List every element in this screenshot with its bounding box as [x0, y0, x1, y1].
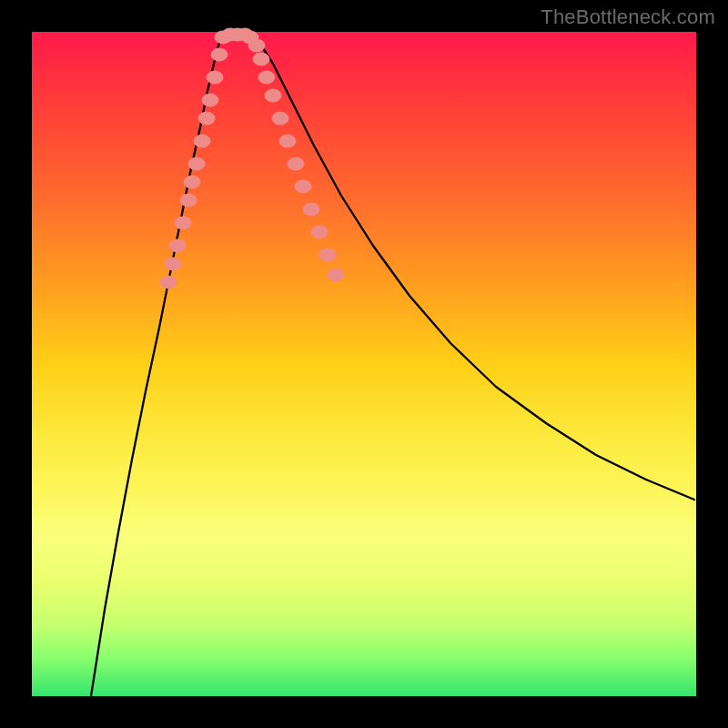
- watermark-text: TheBottleneck.com: [541, 5, 715, 29]
- data-marker: [272, 112, 288, 125]
- data-marker: [194, 135, 210, 147]
- data-marker: [175, 217, 191, 229]
- data-marker: [303, 203, 319, 216]
- data-marker: [279, 135, 296, 147]
- data-marker: [319, 248, 336, 261]
- chart-frame: TheBottleneck.com: [0, 0, 728, 728]
- bottleneck-curve: [91, 33, 694, 696]
- plot-area: [32, 32, 696, 696]
- curve-group: [91, 33, 694, 696]
- data-marker: [295, 180, 311, 193]
- data-marker: [202, 94, 218, 106]
- data-marker: [169, 239, 186, 252]
- data-marker: [253, 53, 269, 66]
- data-marker: [207, 71, 223, 84]
- data-marker: [258, 71, 275, 84]
- data-marker: [265, 89, 281, 102]
- data-marker: [311, 226, 328, 238]
- bottleneck-curve-svg: [32, 32, 696, 696]
- data-marker: [248, 39, 265, 52]
- data-marker: [288, 157, 304, 170]
- data-marker: [184, 176, 200, 188]
- data-marker: [188, 157, 205, 170]
- data-marker: [180, 194, 197, 207]
- data-marker: [198, 112, 215, 125]
- data-marker: [211, 48, 228, 61]
- data-marker: [160, 276, 177, 288]
- marker-group: [160, 28, 344, 288]
- data-marker: [165, 258, 181, 270]
- data-marker: [328, 268, 344, 281]
